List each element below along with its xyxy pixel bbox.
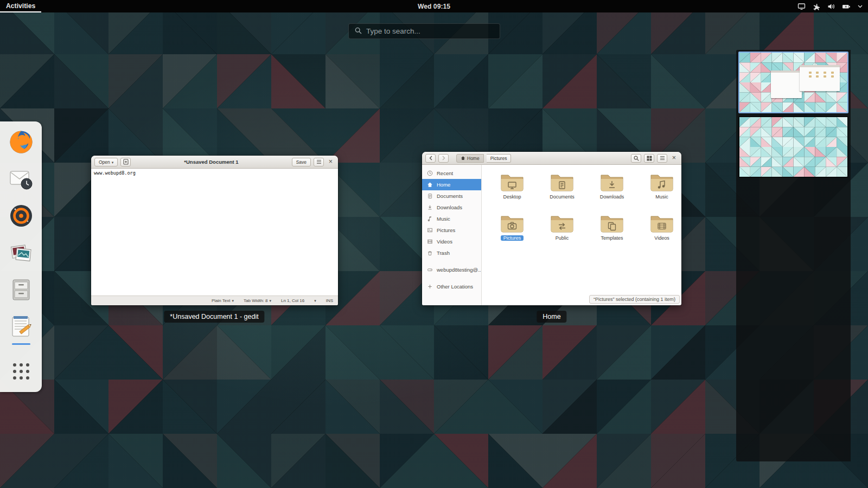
new-document-button[interactable]: [120, 158, 131, 166]
forward-button[interactable]: [438, 154, 449, 163]
close-icon[interactable]: ×: [327, 158, 335, 165]
activities-button[interactable]: Activities: [0, 0, 41, 12]
show-applications-button[interactable]: [5, 356, 37, 387]
top-bar: Activities Wed 09:15: [0, 0, 868, 12]
save-button[interactable]: Save: [292, 158, 311, 166]
dash-app-evolution[interactable]: [5, 163, 37, 195]
search-icon: [634, 156, 639, 161]
folder-videos[interactable]: Videos: [637, 210, 687, 252]
mini-files-window: [800, 65, 840, 91]
screen-icon: [797, 3, 806, 10]
breadcrumb-home[interactable]: Home: [456, 154, 484, 163]
gedit-statusbar: Plain Text Tab Width: 8 Ln 1, Col 16 INS: [91, 296, 338, 305]
folder-label: Downloads: [597, 194, 627, 200]
dash-app-rhythmbox[interactable]: [5, 200, 37, 232]
gedit-text-area[interactable]: www.webupd8.org: [91, 169, 338, 296]
file-cabinet-icon: [9, 277, 34, 302]
files-sidebar: Recent Home Documents Downloads Music: [422, 165, 482, 305]
dash-app-files[interactable]: [5, 274, 37, 305]
sidebar-item-pictures[interactable]: Pictures: [422, 224, 481, 236]
sidebar-item-home[interactable]: Home: [422, 179, 481, 190]
goto-line-chevron-icon[interactable]: [314, 299, 316, 303]
workspace-thumbnail-2[interactable]: [738, 116, 848, 178]
search-button[interactable]: [631, 154, 641, 163]
download-icon: [427, 204, 433, 210]
gedit-menu-button[interactable]: [314, 158, 324, 166]
sidebar-separator: [422, 259, 481, 264]
folder-label: Desktop: [500, 194, 524, 200]
airplane-mode-icon: [813, 3, 820, 10]
gedit-window-preview[interactable]: Open *Unsaved Document 1 Save × www.webu…: [91, 156, 338, 305]
open-button[interactable]: Open: [94, 158, 118, 166]
breadcrumb-pictures[interactable]: Pictures: [487, 154, 512, 163]
files-overview-label: Home: [537, 311, 566, 323]
selection-status: “Pictures” selected (containing 1 item): [589, 295, 680, 304]
sidebar-item-trash[interactable]: Trash: [422, 247, 481, 259]
sidebar-item-other-locations[interactable]: Other Locations: [422, 281, 481, 292]
insert-mode-indicator: INS: [326, 298, 333, 303]
firefox-icon: [9, 130, 34, 155]
sidebar-item-videos[interactable]: Videos: [422, 236, 481, 247]
system-status-area[interactable]: [797, 0, 868, 12]
film-icon: [427, 239, 433, 245]
battery-icon: [842, 3, 851, 10]
folder-label: Videos: [652, 235, 672, 241]
gedit-notepad-icon: [9, 314, 34, 339]
close-icon[interactable]: ×: [670, 155, 678, 162]
clock-icon: [427, 170, 433, 176]
dash-app-gedit[interactable]: [5, 311, 37, 342]
volume-icon: [827, 3, 835, 10]
tab-width-selector[interactable]: Tab Width: 8: [244, 298, 271, 303]
workspace-2-wallpaper: [739, 117, 847, 177]
folder-label: Public: [553, 235, 572, 241]
folder-public[interactable]: Public: [537, 210, 587, 252]
dash-app-firefox[interactable]: [5, 126, 37, 158]
dash-app-photos[interactable]: [5, 237, 37, 268]
folder-label: Music: [653, 194, 671, 200]
cursor-position[interactable]: Ln 1, Col 16: [281, 298, 304, 303]
sidebar-item-recent[interactable]: Recent: [422, 168, 481, 179]
chevron-down-icon: [269, 298, 271, 303]
document-text: www.webupd8.org: [94, 170, 136, 176]
language-selector[interactable]: Plain Text: [212, 298, 234, 303]
gedit-headerbar: Open *Unsaved Document 1 Save ×: [91, 156, 338, 169]
files-menu-button[interactable]: [657, 154, 667, 163]
view-grid-button[interactable]: [644, 154, 654, 163]
chevron-down-icon: [232, 298, 234, 303]
folder-templates[interactable]: Templates: [587, 210, 637, 252]
sidebar-item-documents[interactable]: Documents: [422, 190, 481, 202]
mail-clock-icon: [9, 166, 34, 191]
mini-gedit-window: [771, 70, 802, 98]
folder-documents[interactable]: Documents: [537, 169, 587, 210]
sidebar-item-downloads[interactable]: Downloads: [422, 202, 481, 213]
folder-grid: Desktop Documents: [487, 169, 687, 252]
folder-music[interactable]: Music: [637, 169, 687, 210]
files-window-preview[interactable]: Home Pictures × Recent: [422, 152, 681, 305]
search-icon: [355, 27, 362, 36]
plus-icon: [427, 284, 433, 290]
gedit-window-title: *Unsaved Document 1: [133, 159, 289, 165]
folder-desktop[interactable]: Desktop: [487, 169, 537, 210]
sidebar-item-music[interactable]: Music: [422, 213, 481, 224]
workspace-thumbnail-1[interactable]: [738, 52, 848, 113]
files-content-area: Desktop Documents: [482, 165, 681, 305]
home-icon: [427, 182, 433, 188]
gedit-overview-label: *Unsaved Document 1 - gedit: [164, 311, 264, 323]
photos-icon: [9, 240, 34, 265]
clock-button[interactable]: Wed 09:15: [418, 3, 450, 10]
running-app-indicator: [12, 343, 30, 345]
search-input[interactable]: Type to search...: [348, 23, 500, 39]
music-note-icon: [427, 216, 433, 222]
chevron-down-icon: [858, 5, 863, 8]
workspace-switcher: [736, 50, 851, 461]
back-button[interactable]: [425, 154, 436, 163]
document-icon: [427, 193, 433, 199]
rhythmbox-icon: [9, 203, 34, 228]
disk-icon: [427, 267, 433, 273]
folder-downloads[interactable]: Downloads: [587, 169, 637, 210]
sidebar-separator: [422, 275, 481, 281]
folder-label: Documents: [547, 194, 577, 200]
folder-pictures[interactable]: Pictures: [487, 210, 537, 252]
hamburger-icon: [660, 156, 665, 160]
sidebar-item-mounted-volume[interactable]: webupd8testing@...: [422, 264, 481, 275]
